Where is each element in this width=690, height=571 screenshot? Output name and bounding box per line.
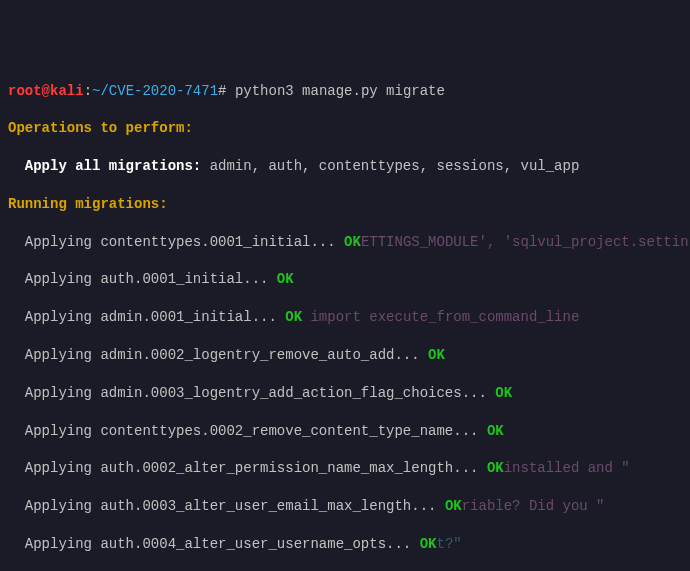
migration-line: Applying admin.0001_initial... OK import…	[8, 308, 682, 327]
ok-badge: OK	[344, 234, 361, 250]
prompt-line-1[interactable]: root@kali:~/CVE-2020-7471# python3 manag…	[8, 82, 682, 101]
colon: :	[84, 83, 92, 99]
migration-line: Applying contenttypes.0001_initial... OK…	[8, 233, 682, 252]
ok-badge: OK	[487, 460, 504, 476]
migration-line: Applying admin.0003_logentry_add_action_…	[8, 384, 682, 403]
heading-apply-all-1: Apply all migrations: admin, auth, conte…	[8, 157, 682, 176]
host: kali	[50, 83, 84, 99]
ghost-text: riable? Did you "	[462, 498, 605, 514]
ghost-text: installed and "	[504, 460, 630, 476]
ok-badge: OK	[428, 347, 445, 363]
ok-badge: OK	[285, 309, 302, 325]
ghost-text: execute_from_command_line	[369, 309, 579, 325]
ghost-text: import	[302, 309, 369, 325]
migration-line: Applying contenttypes.0002_remove_conten…	[8, 422, 682, 441]
migration-line: Applying auth.0001_initial... OK	[8, 270, 682, 289]
heading-running-1: Running migrations:	[8, 195, 682, 214]
command-migrate: python3 manage.py migrate	[235, 83, 445, 99]
user: root	[8, 83, 42, 99]
ghost-text: t?"	[436, 536, 461, 552]
heading-ops-1: Operations to perform:	[8, 119, 682, 138]
path: /CVE-2020-7471	[100, 83, 218, 99]
migration-line: Applying auth.0004_alter_user_username_o…	[8, 535, 682, 554]
migration-line: Applying admin.0002_logentry_remove_auto…	[8, 346, 682, 365]
ok-badge: OK	[420, 536, 437, 552]
hash: #	[218, 83, 235, 99]
ok-badge: OK	[445, 498, 462, 514]
ok-badge: OK	[277, 271, 294, 287]
migration-line: Applying auth.0003_alter_user_email_max_…	[8, 497, 682, 516]
ok-badge: OK	[495, 385, 512, 401]
ok-badge: OK	[487, 423, 504, 439]
ghost-text: ETTINGS_MODULE', 'sqlvul_project.settin	[361, 234, 689, 250]
at-sign: @	[42, 83, 50, 99]
migration-line: Applying auth.0002_alter_permission_name…	[8, 459, 682, 478]
